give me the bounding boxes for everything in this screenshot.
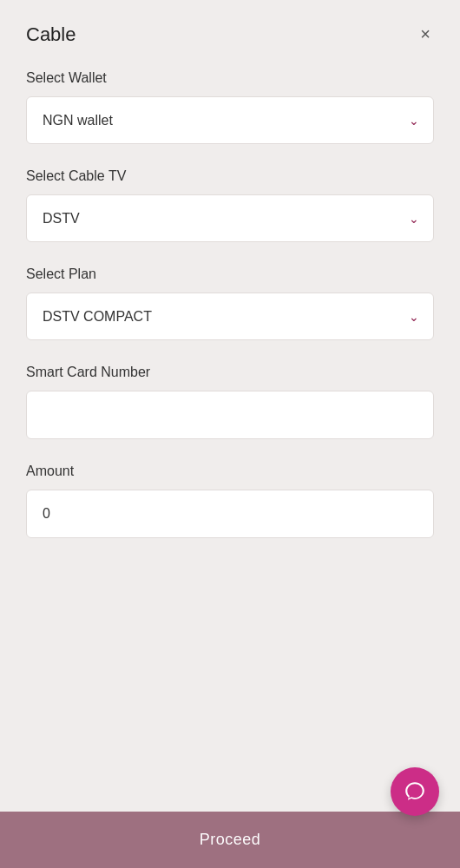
smartcard-input[interactable] [26,391,434,439]
wallet-section: Select Wallet NGN wallet USD wallet ⌄ [26,70,434,144]
wallet-select[interactable]: NGN wallet USD wallet [27,97,433,143]
cable-select-wrapper: DSTV GOTV StarTimes ⌄ [26,194,434,242]
wallet-label: Select Wallet [26,70,434,86]
content-area: Select Wallet NGN wallet USD wallet ⌄ Se… [0,62,460,812]
chat-icon [404,780,426,803]
plan-select-wrapper: DSTV COMPACT DSTV PREMIUM DSTV CONFAM DS… [26,293,434,340]
cable-section: Select Cable TV DSTV GOTV StarTimes ⌄ [26,168,434,242]
close-button[interactable]: × [417,21,434,48]
amount-input[interactable] [26,490,434,538]
plan-section: Select Plan DSTV COMPACT DSTV PREMIUM DS… [26,266,434,340]
amount-label: Amount [26,464,434,479]
smartcard-label: Smart Card Number [26,365,434,380]
header: Cable × [0,0,460,62]
wallet-select-wrapper: NGN wallet USD wallet ⌄ [26,96,434,144]
cable-select[interactable]: DSTV GOTV StarTimes [27,195,433,241]
page-container: Cable × Select Wallet NGN wallet USD wal… [0,0,460,868]
plan-select[interactable]: DSTV COMPACT DSTV PREMIUM DSTV CONFAM DS… [27,293,433,339]
cable-label: Select Cable TV [26,168,434,184]
chat-support-button[interactable] [391,767,439,816]
proceed-button[interactable]: Proceed [0,812,460,868]
amount-section: Amount [26,464,434,538]
smartcard-section: Smart Card Number [26,365,434,439]
page-title: Cable [26,23,76,46]
footer-area: Proceed [0,812,460,868]
plan-label: Select Plan [26,266,434,282]
